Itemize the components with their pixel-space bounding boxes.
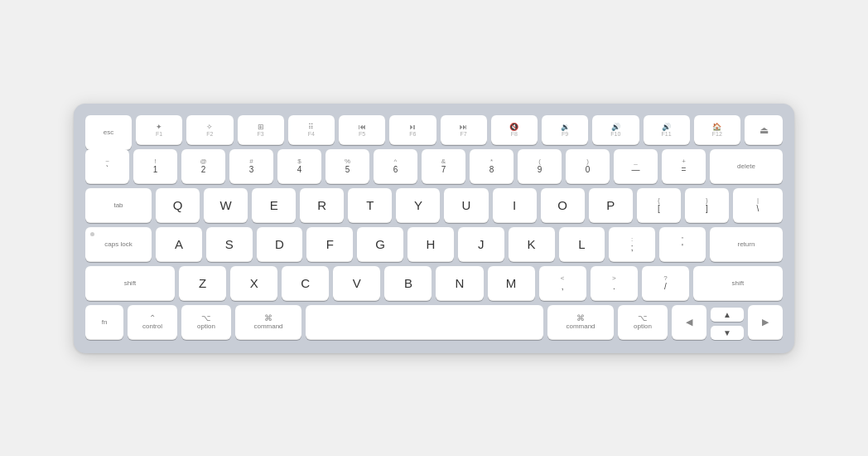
key-b[interactable]: B bbox=[384, 266, 432, 301]
key-space[interactable] bbox=[306, 305, 543, 340]
key-rbracket[interactable]: } ] bbox=[685, 188, 729, 223]
key-delete[interactable]: delete bbox=[710, 149, 783, 184]
key-grave[interactable]: ~ ` bbox=[85, 149, 129, 184]
key-2[interactable]: @ 2 bbox=[181, 149, 225, 184]
fn-row: esc ✦ F1 ✧ F2 ⊞ F3 ⠿ F4 ⏮ F5 ⏯ F6 ⏭ F7 bbox=[85, 115, 783, 145]
key-f8[interactable]: 🔇 F8 bbox=[491, 115, 538, 145]
key-period[interactable]: > . bbox=[591, 266, 638, 301]
key-s[interactable]: S bbox=[206, 227, 253, 262]
key-t[interactable]: T bbox=[348, 188, 392, 223]
key-f[interactable]: F bbox=[306, 227, 353, 262]
bottom-row: fn ⌃ control ⌥ option ⌘ command ⌘ comman… bbox=[85, 305, 783, 340]
arrow-up-down-group: ▲ ▼ bbox=[711, 308, 744, 340]
asdf-row: caps lock A S D F G H J K L : ; " ' retu… bbox=[85, 227, 783, 262]
key-c[interactable]: C bbox=[282, 266, 329, 301]
qwerty-row: tab Q W E R T Y U I O P { [ } ] | \ bbox=[85, 188, 783, 223]
key-esc[interactable]: esc bbox=[85, 115, 132, 150]
key-h[interactable]: H bbox=[407, 227, 454, 262]
key-5[interactable]: % 5 bbox=[326, 149, 369, 184]
key-f11[interactable]: 🔊 F11 bbox=[644, 115, 690, 145]
key-4[interactable]: $ 4 bbox=[277, 149, 321, 184]
key-f12[interactable]: 🏠 F12 bbox=[694, 115, 740, 145]
key-n[interactable]: N bbox=[436, 266, 483, 301]
key-w[interactable]: W bbox=[204, 188, 248, 223]
key-x[interactable]: X bbox=[230, 266, 277, 301]
key-f9[interactable]: 🔉 F9 bbox=[542, 115, 588, 145]
key-e[interactable]: E bbox=[252, 188, 296, 223]
key-command-left[interactable]: ⌘ command bbox=[235, 305, 301, 340]
key-arrow-up[interactable]: ▲ bbox=[711, 308, 744, 322]
key-d[interactable]: D bbox=[257, 227, 303, 262]
key-p[interactable]: P bbox=[589, 188, 633, 223]
key-control[interactable]: ⌃ control bbox=[128, 305, 177, 340]
zxcv-row: shift Z X C V B N M < , > . ? / shift bbox=[85, 266, 783, 301]
key-y[interactable]: Y bbox=[396, 188, 440, 223]
key-1[interactable]: ! 1 bbox=[133, 149, 177, 184]
key-f3[interactable]: ⊞ F3 bbox=[238, 115, 284, 145]
key-z[interactable]: Z bbox=[179, 266, 226, 301]
key-comma[interactable]: < , bbox=[539, 266, 586, 301]
key-arrow-left[interactable]: ◀ bbox=[672, 305, 706, 340]
key-tab[interactable]: tab bbox=[85, 188, 152, 223]
key-fn[interactable]: fn bbox=[85, 305, 123, 340]
key-shift-left[interactable]: shift bbox=[85, 266, 175, 301]
key-backslash[interactable]: | \ bbox=[733, 188, 783, 223]
key-q[interactable]: Q bbox=[156, 188, 200, 223]
key-f1[interactable]: ✦ F1 bbox=[136, 115, 182, 145]
key-equals[interactable]: + = bbox=[662, 149, 706, 184]
key-option-left[interactable]: ⌥ option bbox=[181, 305, 231, 340]
key-f5[interactable]: ⏮ F5 bbox=[339, 115, 385, 145]
key-a[interactable]: A bbox=[156, 227, 202, 262]
key-r[interactable]: R bbox=[300, 188, 344, 223]
key-quote[interactable]: " ' bbox=[659, 227, 706, 262]
caps-lock-indicator bbox=[90, 232, 94, 236]
key-f10[interactable]: 🔊 F10 bbox=[592, 115, 639, 145]
key-u[interactable]: U bbox=[444, 188, 488, 223]
key-shift-right[interactable]: shift bbox=[693, 266, 783, 301]
num-row: ~ ` ! 1 @ 2 # 3 $ 4 % 5 ^ 6 & 7 bbox=[85, 149, 783, 184]
key-j[interactable]: J bbox=[458, 227, 504, 262]
key-l[interactable]: L bbox=[559, 227, 605, 262]
key-arrow-right[interactable]: ▶ bbox=[748, 305, 783, 340]
key-caps-lock[interactable]: caps lock bbox=[85, 227, 152, 262]
key-f7[interactable]: ⏭ F7 bbox=[441, 115, 487, 145]
key-7[interactable]: & 7 bbox=[422, 149, 465, 184]
key-f6[interactable]: ⏯ F6 bbox=[389, 115, 436, 145]
key-o[interactable]: O bbox=[541, 188, 585, 223]
key-0[interactable]: ) 0 bbox=[566, 149, 610, 184]
key-f4[interactable]: ⠿ F4 bbox=[288, 115, 335, 145]
key-f2[interactable]: ✧ F2 bbox=[186, 115, 233, 145]
key-command-right[interactable]: ⌘ command bbox=[547, 305, 614, 340]
key-9[interactable]: ( 9 bbox=[518, 149, 562, 184]
key-g[interactable]: G bbox=[357, 227, 403, 262]
key-minus[interactable]: _ — bbox=[614, 149, 658, 184]
key-6[interactable]: ^ 6 bbox=[374, 149, 417, 184]
key-slash[interactable]: ? / bbox=[642, 266, 689, 301]
key-lbracket[interactable]: { [ bbox=[637, 188, 681, 223]
key-8[interactable]: * 8 bbox=[470, 149, 514, 184]
key-3[interactable]: # 3 bbox=[229, 149, 273, 184]
key-arrow-down[interactable]: ▼ bbox=[711, 326, 744, 340]
keyboard: esc ✦ F1 ✧ F2 ⊞ F3 ⠿ F4 ⏮ F5 ⏯ F6 ⏭ F7 bbox=[74, 104, 794, 353]
key-option-right[interactable]: ⌥ option bbox=[618, 305, 668, 340]
key-k[interactable]: K bbox=[509, 227, 555, 262]
key-i[interactable]: I bbox=[493, 188, 537, 223]
key-semicolon[interactable]: : ; bbox=[609, 227, 655, 262]
key-return[interactable]: return bbox=[710, 227, 783, 262]
key-home[interactable]: ⏏ bbox=[745, 115, 783, 145]
key-m[interactable]: M bbox=[488, 266, 535, 301]
key-v[interactable]: V bbox=[333, 266, 380, 301]
